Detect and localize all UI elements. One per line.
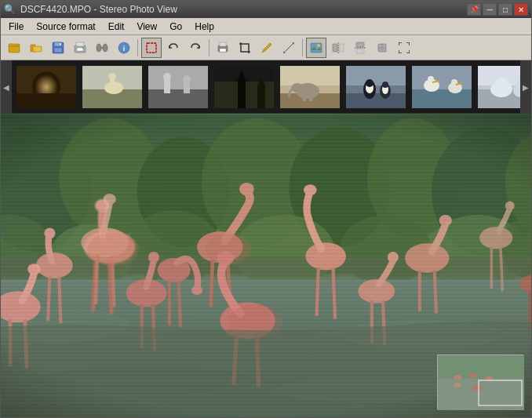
rotate-cw-button[interactable] (372, 38, 392, 58)
thumbnail-5[interactable] (279, 64, 341, 110)
svg-rect-36 (16, 93, 76, 108)
svg-rect-60 (346, 93, 406, 108)
open-folder-button[interactable] (26, 38, 46, 58)
thumbnail-3[interactable] (147, 64, 210, 110)
stereo-view-button[interactable] (92, 38, 112, 58)
pin-button[interactable]: 📌 (467, 3, 481, 16)
svg-rect-56 (302, 93, 306, 101)
thumbnail-7[interactable] (410, 64, 473, 110)
app-window: 🔍 DSCF4420.MPO - Stereo Photo View 📌 ─ □… (0, 0, 532, 418)
minimize-button[interactable]: ─ (483, 3, 497, 16)
maximize-button[interactable]: □ (498, 3, 512, 16)
thumbnail-1[interactable] (15, 64, 78, 110)
svg-rect-45 (148, 66, 208, 89)
svg-point-188 (472, 385, 482, 391)
svg-rect-28 (356, 42, 364, 47)
separator-1 (137, 39, 138, 56)
select-button[interactable] (141, 38, 162, 58)
menu-file[interactable]: File (2, 20, 30, 34)
menubar: File Source format Edit View Go Help (1, 18, 531, 35)
open-file-button[interactable] (4, 38, 24, 58)
menu-edit[interactable]: Edit (102, 20, 131, 34)
menu-source-format[interactable]: Source format (30, 20, 101, 34)
svg-point-64 (366, 79, 373, 87)
save-button[interactable] (48, 38, 68, 58)
thumbnail-8[interactable] (476, 64, 520, 110)
svg-rect-41 (110, 78, 115, 89)
view-image-button[interactable] (306, 38, 326, 58)
svg-rect-16 (147, 43, 156, 53)
svg-rect-9 (77, 48, 83, 51)
svg-rect-20 (241, 44, 249, 52)
svg-rect-44 (148, 89, 208, 108)
mini-map-svg (438, 355, 524, 410)
mini-map (437, 354, 523, 409)
separator-2 (209, 39, 210, 56)
svg-point-10 (82, 47, 84, 49)
svg-point-80 (495, 78, 508, 89)
close-button[interactable]: ✕ (514, 3, 528, 16)
flip-vertical-button[interactable] (350, 38, 370, 58)
titlebar-controls: 📌 ─ □ ✕ (467, 3, 528, 16)
svg-text:i: i (123, 45, 126, 53)
titlebar: 🔍 DSCF4420.MPO - Stereo Photo View 📌 ─ □… (1, 1, 531, 18)
export-button[interactable] (70, 38, 90, 58)
fullscreen-button[interactable] (394, 38, 414, 58)
svg-rect-2 (33, 46, 42, 52)
svg-rect-8 (76, 42, 84, 46)
titlebar-left: 🔍 DSCF4420.MPO - Stereo Photo View (4, 4, 177, 15)
thumbnail-6[interactable] (344, 64, 407, 110)
thumbnail-strip (12, 60, 520, 114)
main-image-area[interactable] (1, 114, 531, 417)
content-area: ◀ (1, 60, 531, 417)
thumbnail-4[interactable] (213, 64, 275, 110)
svg-point-186 (469, 373, 477, 378)
info-button[interactable]: i (114, 38, 134, 58)
svg-rect-183 (438, 355, 524, 379)
thumbnail-2[interactable] (81, 64, 144, 110)
menu-help[interactable]: Help (188, 20, 220, 34)
flip-horizontal-button[interactable] (328, 38, 348, 58)
undo-button[interactable] (163, 38, 184, 58)
svg-rect-26 (339, 44, 344, 52)
crop-button[interactable] (235, 38, 255, 58)
svg-rect-54 (280, 66, 340, 85)
strip-scroll-right[interactable]: ▶ (520, 60, 531, 114)
svg-rect-4 (54, 42, 60, 46)
svg-point-189 (454, 383, 461, 387)
svg-point-49 (183, 75, 191, 83)
titlebar-title: DSCF4420.MPO - Stereo Photo View (20, 4, 177, 15)
svg-point-42 (108, 73, 116, 79)
strip-scroll-left[interactable]: ◀ (1, 60, 12, 114)
menu-go[interactable]: Go (163, 20, 188, 34)
redo-button[interactable] (185, 38, 206, 58)
menu-view[interactable]: View (130, 20, 163, 34)
svg-point-47 (163, 73, 171, 81)
svg-point-11 (97, 44, 101, 52)
separator-3 (302, 39, 303, 56)
svg-rect-23 (311, 43, 322, 53)
svg-rect-19 (220, 49, 226, 52)
app-icon: 🔍 (4, 4, 16, 15)
svg-rect-69 (412, 89, 472, 108)
svg-rect-29 (356, 49, 364, 53)
svg-rect-57 (309, 93, 313, 101)
svg-rect-6 (60, 43, 61, 45)
svg-rect-61 (346, 66, 406, 85)
edit-button[interactable] (257, 38, 277, 58)
svg-point-24 (317, 44, 320, 47)
svg-rect-25 (333, 44, 337, 52)
svg-rect-5 (54, 48, 62, 53)
svg-point-58 (291, 83, 304, 93)
adjust-button[interactable] (279, 38, 299, 58)
print-button[interactable] (213, 38, 233, 58)
thumbnail-strip-wrapper: ◀ (1, 60, 531, 114)
svg-point-12 (103, 44, 107, 52)
svg-rect-18 (220, 42, 226, 46)
svg-point-67 (382, 82, 388, 88)
svg-point-185 (454, 375, 461, 380)
toolbar: i (1, 35, 531, 60)
